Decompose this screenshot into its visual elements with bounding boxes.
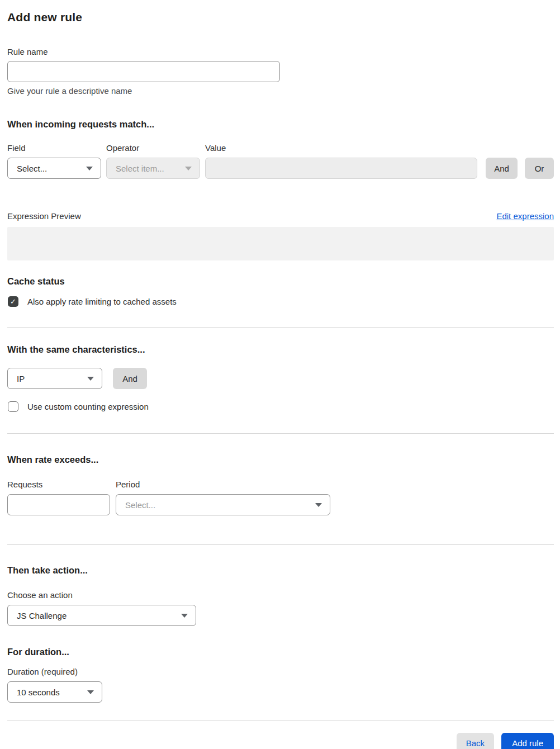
cached-assets-checkbox[interactable]: ✓ xyxy=(8,296,18,307)
custom-counting-checkbox-label: Use custom counting expression xyxy=(27,402,149,411)
rule-name-input[interactable] xyxy=(7,61,280,82)
operator-select[interactable]: Select item... xyxy=(106,158,200,179)
expression-preview-box xyxy=(7,227,554,260)
characteristics-heading: With the same characteristics... xyxy=(7,344,554,355)
field-select[interactable]: Select... xyxy=(7,158,101,179)
footer-divider xyxy=(7,720,554,721)
cached-assets-checkbox-label: Also apply rate limiting to cached asset… xyxy=(27,297,177,306)
requests-input[interactable] xyxy=(7,494,110,515)
value-label: Value xyxy=(205,143,226,153)
expression-preview-label: Expression Preview xyxy=(7,211,81,221)
value-input[interactable] xyxy=(205,158,477,179)
action-label: Choose an action xyxy=(7,590,554,600)
section-divider xyxy=(7,433,554,434)
duration-label: Duration (required) xyxy=(7,667,554,676)
rule-name-helper: Give your rule a descriptive name xyxy=(7,86,554,96)
add-rule-form: Add new rule Rule name Give your rule a … xyxy=(0,11,560,749)
action-select[interactable]: JS Challenge xyxy=(7,605,196,626)
chevron-down-icon xyxy=(87,690,94,694)
chevron-down-icon xyxy=(315,503,322,507)
period-label: Period xyxy=(116,480,140,489)
field-select-value: Select... xyxy=(17,164,47,173)
period-select-placeholder: Select... xyxy=(125,500,155,510)
rate-heading: When rate exceeds... xyxy=(7,454,554,465)
edit-expression-link[interactable]: Edit expression xyxy=(496,211,554,221)
duration-heading: For duration... xyxy=(7,647,554,657)
operator-label: Operator xyxy=(106,143,205,153)
match-section-heading: When incoming requests match... xyxy=(7,119,554,130)
chevron-down-icon xyxy=(185,167,192,170)
action-heading: Then take action... xyxy=(7,565,554,576)
or-button[interactable]: Or xyxy=(525,158,554,179)
chevron-down-icon xyxy=(86,167,93,170)
section-divider xyxy=(7,327,554,328)
page-title: Add new rule xyxy=(7,11,554,24)
characteristics-select[interactable]: IP xyxy=(7,368,102,389)
add-rule-button[interactable]: Add rule xyxy=(501,733,554,749)
back-button[interactable]: Back xyxy=(457,733,494,749)
duration-select-value: 10 seconds xyxy=(17,688,60,697)
action-select-value: JS Challenge xyxy=(17,611,67,620)
section-divider xyxy=(7,544,554,545)
characteristics-select-value: IP xyxy=(17,374,25,383)
cache-status-heading: Cache status xyxy=(7,276,554,287)
field-label: Field xyxy=(7,143,106,153)
chevron-down-icon xyxy=(181,614,188,618)
operator-select-placeholder: Select item... xyxy=(116,164,164,173)
requests-label: Requests xyxy=(7,480,116,489)
period-select[interactable]: Select... xyxy=(116,494,330,515)
duration-select[interactable]: 10 seconds xyxy=(7,681,102,703)
checkmark-icon: ✓ xyxy=(10,298,16,305)
custom-counting-checkbox[interactable] xyxy=(8,401,18,412)
rule-name-label: Rule name xyxy=(7,47,554,56)
characteristics-and-button[interactable]: And xyxy=(113,368,147,389)
and-button[interactable]: And xyxy=(486,158,518,179)
chevron-down-icon xyxy=(87,377,94,381)
